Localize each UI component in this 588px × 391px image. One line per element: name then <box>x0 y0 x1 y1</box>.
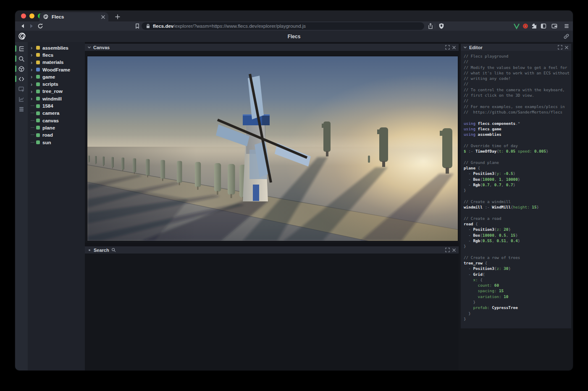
tree-item-scripts[interactable]: ›scripts <box>28 80 85 87</box>
forward-button[interactable] <box>28 23 35 29</box>
editor-code[interactable]: // Flecs playground//// Modify the value… <box>461 51 571 328</box>
chevron-right-icon: › <box>31 89 36 94</box>
share-icon[interactable] <box>427 23 434 29</box>
tree-item-label: game <box>42 74 55 79</box>
collapse-dot-icon[interactable] <box>89 249 90 251</box>
tree-list: ›assemblies›flecs›materials›WoodFrame›ga… <box>28 44 85 146</box>
entity-color-swatch <box>36 104 40 108</box>
tree-item-label: sun <box>42 140 51 145</box>
sidebar-tool-outliner[interactable] <box>15 45 28 52</box>
plus-icon <box>115 14 120 19</box>
tree-item-tree_row[interactable]: ›tree_row <box>28 88 85 95</box>
outliner-icon <box>18 45 25 52</box>
tree-item-label: 1584 <box>42 103 53 108</box>
canvas-panel: Canvas <box>85 44 459 243</box>
url-path: /explorer/?wasm=https://www.flecs.dev/ex… <box>173 24 306 29</box>
minimize-window-button[interactable] <box>29 13 34 18</box>
queries-stack-icon <box>18 106 25 113</box>
chevron-right-icon: › <box>31 74 36 79</box>
toolbar-divider <box>435 24 435 29</box>
new-tab-button[interactable] <box>113 13 122 21</box>
stats-chart-icon <box>18 96 25 103</box>
tree-item-label: materials <box>42 60 64 65</box>
search-icon <box>18 55 25 62</box>
url-host: flecs.dev <box>153 24 173 29</box>
chevron-right-icon: › <box>31 53 36 57</box>
tree-item-materials[interactable]: ›materials <box>28 59 85 66</box>
tab-close-icon[interactable] <box>101 15 105 19</box>
entity-color-swatch <box>36 61 40 64</box>
tree-item-1584[interactable]: 1584 <box>28 102 85 109</box>
chevron-right-icon: › <box>31 60 36 65</box>
chevron-down-icon[interactable] <box>87 45 91 49</box>
tree-item-label: scripts <box>42 82 58 87</box>
entity-color-swatch <box>36 133 40 137</box>
search-results-area[interactable] <box>85 254 459 370</box>
sidebar-tool-queries[interactable] <box>15 106 28 113</box>
tree-item-assemblies[interactable]: ›assemblies <box>28 44 85 51</box>
active-indicator <box>15 66 16 72</box>
browser-toolbar: flecs.dev/explorer/?wasm=https://www.fle… <box>15 21 573 31</box>
tree-item-label: assemblies <box>42 45 68 50</box>
chevron-down-icon[interactable] <box>463 45 467 49</box>
search-panel: Search <box>85 246 459 370</box>
wallet-icon[interactable] <box>551 23 558 29</box>
tree-item-windmill[interactable]: ›windmill <box>28 95 85 102</box>
canvas-panel-header: Canvas <box>85 44 459 51</box>
close-window-button[interactable] <box>21 13 26 18</box>
canvas-3d-scene[interactable] <box>87 56 458 241</box>
tree-item-game[interactable]: ›game <box>28 73 85 80</box>
fullscreen-icon[interactable] <box>445 45 450 50</box>
chevron-right-icon: › <box>31 96 36 101</box>
sidebar-tool-search[interactable] <box>15 55 28 62</box>
tree-item-flecs[interactable]: ›flecs <box>28 51 85 58</box>
flecs-favicon-icon <box>43 14 49 20</box>
close-icon[interactable] <box>564 45 569 50</box>
extension-v-icon[interactable] <box>513 23 520 29</box>
tab-flecs[interactable]: Flecs <box>39 12 108 21</box>
entity-color-swatch <box>36 97 40 100</box>
brave-shield-icon[interactable] <box>438 23 445 29</box>
extensions-puzzle-icon[interactable] <box>531 23 538 29</box>
fullscreen-icon[interactable] <box>445 248 450 252</box>
reload-button[interactable] <box>37 23 44 29</box>
url-bar[interactable]: flecs.dev/explorer/?wasm=https://www.fle… <box>142 22 424 30</box>
tree-item-road[interactable]: road <box>28 132 85 139</box>
tree-item-label: WoodFrame <box>42 67 70 72</box>
tree-item-label: canvas <box>42 118 59 123</box>
fullscreen-icon[interactable] <box>558 45 562 50</box>
app-header: Flecs <box>15 31 573 42</box>
entity-color-swatch <box>36 75 40 79</box>
main-area: Canvas <box>85 42 459 370</box>
sidebar-tool-stats[interactable] <box>15 95 28 103</box>
entity-color-swatch <box>36 82 40 86</box>
tree-item-sun[interactable]: sun <box>28 139 85 146</box>
tree-item-label: tree_row <box>42 89 63 94</box>
tree-item-canvas[interactable]: canvas <box>28 117 85 124</box>
sidebar-tool-scene[interactable] <box>15 65 28 72</box>
chevron-right-icon: › <box>31 45 36 50</box>
code-icon <box>18 76 25 82</box>
entity-color-swatch <box>36 126 40 129</box>
entity-color-swatch <box>36 53 40 57</box>
search-panel-title: Search <box>94 248 109 253</box>
editor-panel-header: Editor <box>461 44 571 51</box>
extension-red-icon[interactable] <box>522 23 529 29</box>
entity-color-swatch <box>36 90 40 93</box>
menu-icon[interactable] <box>563 23 570 29</box>
share-link-icon[interactable] <box>563 33 570 40</box>
tool-sidebar <box>15 42 28 370</box>
close-icon[interactable] <box>452 45 456 50</box>
tree-item-WoodFrame[interactable]: ›WoodFrame <box>28 66 85 73</box>
active-indicator <box>15 45 16 52</box>
sidebar-toggle-icon[interactable] <box>540 23 547 29</box>
sidebar-tool-code[interactable] <box>15 75 28 82</box>
back-button[interactable] <box>19 23 26 29</box>
tree-item-plane[interactable]: plane <box>28 124 85 131</box>
sidebar-tool-inspector[interactable] <box>15 85 28 92</box>
inspector-icon <box>18 86 25 92</box>
close-icon[interactable] <box>452 248 456 252</box>
tree-item-camera[interactable]: camera <box>28 110 85 117</box>
entity-color-swatch <box>36 111 40 115</box>
bookmark-icon[interactable] <box>134 23 141 29</box>
